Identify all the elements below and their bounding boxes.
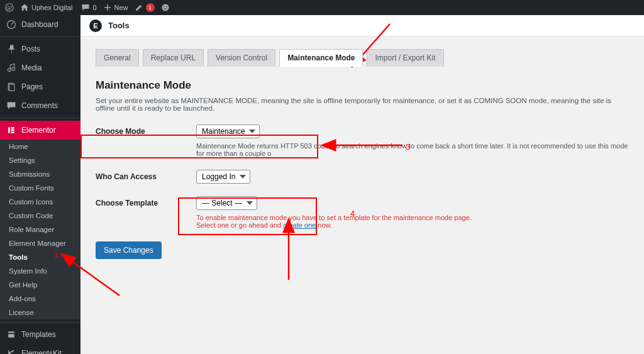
notif-badge: 1: [146, 3, 155, 12]
pen-icon: [135, 3, 143, 12]
smiley-icon: [161, 3, 170, 12]
sidebar-item-elementor[interactable]: Elementor: [0, 121, 80, 140]
sidebar-item-elementskit[interactable]: ElementsKit: [0, 344, 80, 354]
svg-rect-8: [9, 84, 14, 91]
tab-general[interactable]: General: [96, 49, 139, 67]
submenu-license[interactable]: License: [0, 306, 80, 319]
elementor-icon: [6, 125, 16, 135]
admin-bar: Uphex Digital 0 New 1: [0, 0, 644, 15]
submenu-custom-icons[interactable]: Custom Icons: [0, 195, 80, 209]
sidebar-item-media[interactable]: Media: [0, 58, 80, 77]
svg-point-1: [162, 4, 169, 11]
new-button[interactable]: New: [103, 3, 128, 12]
dashboard-icon: [6, 19, 16, 30]
tab-version-control[interactable]: Version Control: [208, 49, 275, 67]
sidebar-item-label: Posts: [21, 45, 40, 53]
tab-maintenance-mode[interactable]: Maintenance Mode: [279, 49, 363, 67]
field-label: Choose Template: [96, 196, 196, 207]
create-one-link[interactable]: create one: [283, 221, 316, 229]
elementor-submenu: Home Settings Submissions Custom Fonts C…: [0, 140, 80, 319]
admin-sidebar: Dashboard Posts Media Pages Comments Ele…: [0, 15, 80, 354]
sidebar-item-label: Pages: [21, 82, 43, 91]
access-select[interactable]: Logged In: [196, 170, 250, 184]
sidebar-item-label: Comments: [21, 101, 58, 110]
content: Maintenance Mode Set your entire website…: [80, 67, 644, 272]
separator: [0, 118, 80, 118]
mode-help-text: Maintenance Mode returns HTTP 503 code, …: [196, 142, 629, 157]
media-icon: [6, 63, 16, 73]
submenu-settings[interactable]: Settings: [0, 153, 80, 167]
svg-rect-9: [8, 127, 9, 133]
new-label: New: [114, 4, 128, 11]
submenu-element-manager[interactable]: Element Manager: [0, 236, 80, 250]
svg-point-3: [166, 6, 167, 8]
sidebar-item-label: Dashboard: [21, 20, 58, 29]
save-changes-button[interactable]: Save Changes: [96, 241, 162, 259]
field-who-can-access: Who Can Access Logged In: [96, 170, 629, 184]
page-header: E Tools: [80, 15, 644, 36]
main-content: E Tools General Replace URL Version Cont…: [80, 15, 644, 354]
smiley-button[interactable]: [161, 3, 170, 12]
tabs: General Replace URL Version Control Main…: [96, 49, 644, 67]
notif-button[interactable]: 1: [135, 3, 155, 12]
mode-select[interactable]: Maintenance: [196, 124, 260, 138]
sidebar-item-comments[interactable]: Comments: [0, 96, 80, 115]
submenu-submissions[interactable]: Submissions: [0, 167, 80, 181]
home-icon: [20, 3, 29, 12]
sidebar-item-pages[interactable]: Pages: [0, 77, 80, 96]
plus-icon: [103, 3, 112, 12]
field-choose-mode: Choose Mode Maintenance Maintenance Mode…: [96, 124, 629, 157]
field-label: Who Can Access: [96, 170, 196, 181]
warning-line-1: To enable maintenance mode you have to s…: [196, 214, 629, 221]
comment-icon: [6, 101, 16, 111]
sidebar-item-templates[interactable]: Templates: [0, 325, 80, 344]
elementor-logo: E: [89, 19, 102, 32]
sidebar-item-label: Media: [21, 64, 42, 72]
sidebar-item-label: ElementsKit: [21, 349, 62, 354]
comments-count: 0: [92, 4, 96, 11]
field-label: Choose Mode: [96, 124, 196, 136]
sidebar-item-dashboard[interactable]: Dashboard: [0, 15, 80, 34]
wp-logo[interactable]: [5, 3, 14, 12]
svg-rect-11: [11, 130, 14, 131]
warning-line-2: Select one or go ahead and create one no…: [196, 221, 629, 229]
submenu-add-ons[interactable]: Add-ons: [0, 292, 80, 306]
submenu-tools[interactable]: Tools: [0, 250, 80, 264]
sidebar-item-label: Templates: [21, 330, 56, 339]
separator: [0, 322, 80, 323]
pages-icon: [6, 82, 16, 92]
sidebar-item-label: Elementor: [21, 126, 56, 135]
template-warning: To enable maintenance mode you have to s…: [196, 214, 629, 229]
page-title: Tools: [108, 21, 130, 30]
templates-icon: [6, 329, 16, 340]
submenu-custom-fonts[interactable]: Custom Fonts: [0, 181, 80, 195]
tab-replace-url[interactable]: Replace URL: [143, 49, 204, 67]
submenu-home[interactable]: Home: [0, 140, 80, 153]
comment-icon: [81, 3, 90, 12]
svg-rect-12: [11, 131, 14, 133]
tab-import-export[interactable]: Import / Export Kit: [367, 49, 443, 67]
field-choose-template: Choose Template — Select — To enable mai…: [96, 196, 629, 229]
kit-icon: [6, 348, 16, 354]
section-description: Set your entire website as MAINTENANCE M…: [96, 97, 629, 112]
template-select[interactable]: — Select —: [196, 196, 257, 210]
submenu-get-help[interactable]: Get Help: [0, 278, 80, 292]
submenu-role-manager[interactable]: Role Manager: [0, 223, 80, 236]
site-name: Uphex Digital: [31, 4, 72, 11]
pin-icon: [6, 44, 16, 54]
site-home[interactable]: Uphex Digital: [20, 3, 72, 12]
submenu-custom-code[interactable]: Custom Code: [0, 209, 80, 223]
svg-point-2: [164, 6, 165, 8]
section-title: Maintenance Mode: [96, 79, 629, 92]
sidebar-item-posts[interactable]: Posts: [0, 40, 80, 58]
separator: [0, 36, 80, 37]
submenu-system-info[interactable]: System Info: [0, 264, 80, 278]
comments-button[interactable]: 0: [81, 3, 96, 12]
svg-rect-10: [11, 127, 14, 128]
